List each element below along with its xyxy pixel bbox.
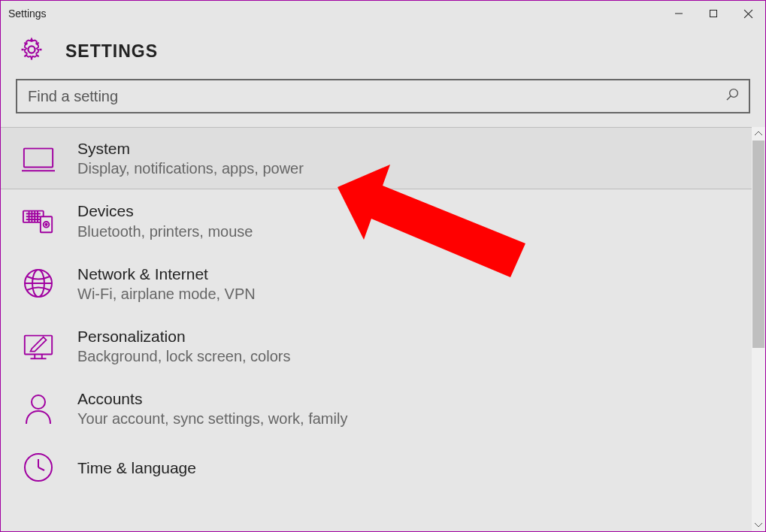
category-title: Accounts [77,388,347,409]
gear-icon [19,37,44,65]
category-item-system[interactable]: System Display, notifications, apps, pow… [1,127,752,189]
category-subtitle: Background, lock screen, colors [77,346,290,366]
svg-point-5 [730,89,738,98]
vertical-scrollbar[interactable] [752,127,765,531]
scroll-track[interactable] [752,141,765,518]
minimize-icon [674,9,683,18]
maximize-button[interactable] [696,2,731,25]
category-list: System Display, notifications, apps, pow… [1,127,752,531]
svg-point-19 [45,224,47,225]
svg-point-27 [32,395,45,409]
category-subtitle: Wi-Fi, airplane mode, VPN [77,284,256,304]
chevron-up-icon [755,131,762,136]
scroll-down-button[interactable] [752,518,765,531]
settings-window: Settings SETTINGS [0,0,766,532]
monitor-icon [22,142,55,175]
titlebar: Settings [1,1,765,26]
scroll-thumb[interactable] [752,141,764,348]
category-subtitle: Your account, sync settings, work, famil… [77,409,347,428]
category-title: System [77,138,304,159]
personalize-icon [22,330,55,363]
svg-point-4 [28,46,35,53]
header: SETTINGS [1,26,765,79]
category-item-time-language[interactable]: Time & language [1,440,752,495]
window-title: Settings [8,8,47,20]
minimize-button[interactable] [662,2,696,25]
search-input[interactable] [28,88,725,105]
category-title: Time & language [77,458,196,478]
svg-rect-1 [710,11,717,17]
person-icon [22,392,55,425]
globe-icon [22,267,55,300]
svg-line-30 [38,467,44,470]
category-title: Network & Internet [77,264,256,284]
maximize-icon [709,9,718,18]
svg-rect-7 [24,148,53,167]
svg-rect-23 [25,335,52,354]
category-item-network[interactable]: Network & Internet Wi-Fi, airplane mode,… [1,252,752,315]
search-box[interactable] [16,79,750,113]
search-icon [725,87,740,105]
category-item-personalization[interactable]: Personalization Background, lock screen,… [1,315,752,377]
close-icon [743,9,753,19]
category-item-devices[interactable]: Devices Bluetooth, printers, mouse [1,189,752,252]
category-title: Personalization [77,326,290,346]
chevron-down-icon [755,522,762,527]
category-title: Devices [77,201,253,221]
category-subtitle: Bluetooth, printers, mouse [77,222,253,241]
close-button[interactable] [731,2,765,25]
devices-icon [22,204,55,237]
page-title: SETTINGS [65,41,158,62]
svg-line-6 [727,96,731,100]
clock-icon [22,451,55,484]
category-item-accounts[interactable]: Accounts Your account, sync settings, wo… [1,377,752,440]
scroll-up-button[interactable] [752,127,765,141]
category-subtitle: Display, notifications, apps, power [77,159,304,178]
